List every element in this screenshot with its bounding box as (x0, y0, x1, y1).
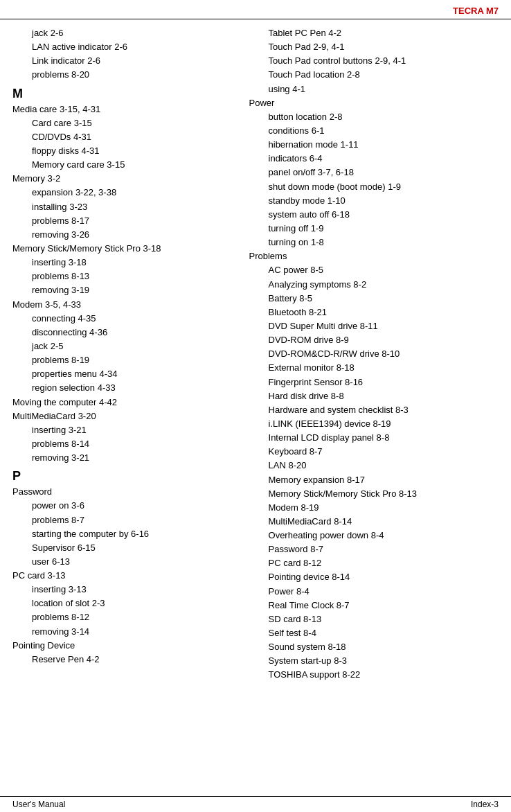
index-entry: button location 2-8 (269, 110, 499, 124)
index-entry: jack 2-6 (32, 26, 235, 40)
index-entry: Hardware and system checklist 8-3 (269, 403, 499, 417)
index-entry: problems 8-19 (32, 353, 235, 367)
index-entry: Power 8-4 (269, 585, 499, 599)
index-entry: Fingerprint Sensor 8-16 (269, 376, 499, 389)
index-entry: disconnecting 4-36 (32, 326, 235, 339)
index-entry: Password (12, 485, 235, 499)
index-entry: jack 2-5 (32, 339, 235, 353)
index-entry: user 6-13 (32, 555, 235, 569)
index-entry: Analyzing symptoms 8-2 (269, 278, 499, 292)
index-entry: Password 8-7 (269, 542, 499, 556)
footer-left: User's Manual (12, 800, 65, 809)
index-entry: turning off 1-9 (269, 222, 499, 236)
index-entry: Link indicator 2-6 (32, 54, 235, 68)
index-entry: standby mode 1-10 (269, 194, 499, 208)
right-column: Tablet PC Pen 4-2Touch Pad 2-9, 4-1Touch… (242, 26, 499, 682)
index-entry: Internal LCD display panel 8-8 (269, 431, 499, 445)
index-entry: CD/DVDs 4-31 (32, 130, 235, 144)
index-entry: Modem 8-19 (269, 501, 499, 515)
index-entry: installing 3-23 (32, 200, 235, 214)
index-entry: inserting 3-13 (32, 583, 235, 597)
index-entry: LAN active indicator 2-6 (32, 40, 235, 54)
index-entry: LAN 8-20 (269, 459, 499, 473)
index-entry: DVD Super Multi drive 8-11 (269, 319, 499, 333)
page-header: TECRA M7 (0, 0, 511, 19)
index-entry: starting the computer by 6-16 (32, 527, 235, 541)
index-entry: Touch Pad location 2-8 (269, 68, 499, 82)
section-letter-m: M (12, 87, 235, 101)
index-entry: Real Time Clock 8-7 (269, 599, 499, 612)
index-entry: problems 8-20 (32, 68, 235, 82)
index-entry: Self test 8-4 (269, 626, 499, 640)
index-entry: region selection 4-33 (32, 381, 235, 395)
index-entry: Touch Pad 2-9, 4-1 (269, 40, 499, 54)
footer-right: Index-3 (471, 800, 499, 809)
page-footer: User's Manual Index-3 (0, 796, 511, 812)
index-entry: System start-up 8-3 (269, 654, 499, 668)
header-title: TECRA M7 (453, 6, 499, 16)
index-entry: expansion 3-22, 3-38 (32, 186, 235, 200)
index-entry: Card care 3-15 (32, 116, 235, 130)
index-entry: Modem 3-5, 4-33 (12, 298, 235, 312)
index-entry: problems 8-17 (32, 214, 235, 228)
index-entry: problems 8-12 (32, 610, 235, 624)
index-entry: inserting 3-21 (32, 423, 235, 437)
index-entry: floppy disks 4-31 (32, 144, 235, 158)
index-entry: using 4-1 (269, 82, 499, 96)
index-entry: Memory Stick/Memory Stick Pro 8-13 (269, 487, 499, 501)
index-entry: problems 8-7 (32, 513, 235, 527)
index-entry: power on 3-6 (32, 499, 235, 513)
index-entry: Media care 3-15, 4-31 (12, 103, 235, 116)
index-entry: AC power 8-5 (269, 263, 499, 277)
index-entry: Overheating power down 8-4 (269, 529, 499, 542)
index-entry: Battery 8-5 (269, 292, 499, 306)
index-entry: system auto off 6-18 (269, 208, 499, 222)
index-entry: Pointing Device (12, 639, 235, 653)
index-entry: Keyboard 8-7 (269, 445, 499, 459)
index-entry: inserting 3-18 (32, 256, 235, 270)
index-entry: i.LINK (IEEE1394) device 8-19 (269, 417, 499, 431)
index-entry: Supervisor 6-15 (32, 541, 235, 555)
index-entry: Bluetooth 8-21 (269, 306, 499, 319)
index-entry: Sound system 8-18 (269, 640, 499, 654)
index-entry: Touch Pad control buttons 2-9, 4-1 (269, 54, 499, 68)
index-entry: TOSHIBA support 8-22 (269, 668, 499, 682)
index-entry: shut down mode (boot mode) 1-9 (269, 180, 499, 194)
index-entry: problems 8-13 (32, 270, 235, 283)
index-entry: connecting 4-35 (32, 312, 235, 326)
index-entry: Pointing device 8-14 (269, 570, 499, 584)
index-entry: PC card 8-12 (269, 556, 499, 570)
index-entry: SD card 8-13 (269, 612, 499, 626)
index-entry: MultiMediaCard 3-20 (12, 409, 235, 423)
index-entry: conditions 6-1 (269, 124, 499, 138)
main-content: jack 2-6LAN active indicator 2-6Link ind… (0, 19, 511, 710)
index-entry: Reserve Pen 4-2 (32, 653, 235, 667)
index-entry: MultiMediaCard 8-14 (269, 515, 499, 529)
index-entry: properties menu 4-34 (32, 367, 235, 381)
index-entry: location of slot 2-3 (32, 597, 235, 610)
index-entry: Memory card care 3-15 (32, 158, 235, 172)
index-entry: Power (249, 96, 499, 110)
index-entry: Memory 3-2 (12, 172, 235, 186)
index-entry: Memory expansion 8-17 (269, 473, 499, 487)
index-entry: Problems (249, 249, 499, 263)
index-entry: problems 8-14 (32, 437, 235, 451)
index-entry: DVD-ROM drive 8-9 (269, 333, 499, 347)
index-entry: Memory Stick/Memory Stick Pro 3-18 (12, 242, 235, 256)
index-entry: removing 3-19 (32, 283, 235, 297)
index-entry: DVD-ROM&CD-R/RW drive 8-10 (269, 347, 499, 361)
index-entry: PC card 3-13 (12, 569, 235, 583)
index-entry: turning on 1-8 (269, 236, 499, 249)
index-entry: Moving the computer 4-42 (12, 396, 235, 409)
section-letter-p: P (12, 469, 235, 484)
index-entry: removing 3-21 (32, 451, 235, 465)
index-entry: removing 3-26 (32, 228, 235, 242)
left-column: jack 2-6LAN active indicator 2-6Link ind… (12, 26, 242, 682)
index-entry: removing 3-14 (32, 625, 235, 639)
index-entry: Hard disk drive 8-8 (269, 389, 499, 403)
index-entry: External monitor 8-18 (269, 361, 499, 375)
index-entry: indicators 6-4 (269, 152, 499, 166)
index-entry: Tablet PC Pen 4-2 (269, 26, 499, 40)
index-entry: hibernation mode 1-11 (269, 138, 499, 152)
index-entry: panel on/off 3-7, 6-18 (269, 166, 499, 179)
